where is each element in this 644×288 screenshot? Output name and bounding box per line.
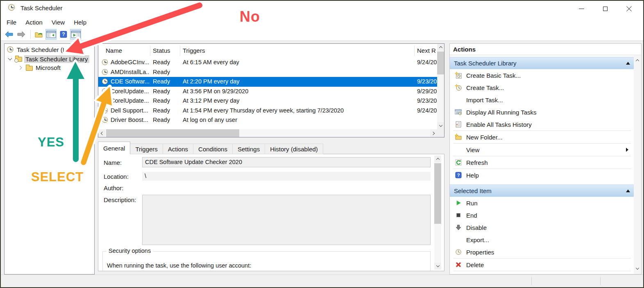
task-next-run: 9/23/20	[417, 97, 437, 104]
table-row[interactable]: AMDInstallLa... Ready	[98, 68, 437, 77]
task-rows: AdobeGCInv... Ready At 6:15 AM every day…	[98, 58, 437, 129]
scroll-left-button[interactable]	[98, 129, 105, 137]
maximize-button[interactable]	[593, 1, 617, 16]
close-button[interactable]	[617, 1, 641, 16]
action-item-display-all-running-tasks[interactable]: Display All Running Tasks	[450, 106, 634, 118]
task-description-field[interactable]	[142, 195, 431, 245]
scrollbar-thumb[interactable]	[437, 52, 444, 74]
minimize-button[interactable]	[569, 1, 593, 16]
tab-history[interactable]: History (disabled)	[265, 144, 323, 154]
task-scheduler-logo-icon	[8, 4, 15, 11]
column-header-triggers[interactable]: Triggers	[183, 47, 205, 54]
menu-help[interactable]: Help	[69, 17, 91, 27]
column-header-name[interactable]: Name	[106, 47, 122, 54]
list-vertical-scrollbar[interactable]	[437, 44, 444, 129]
menu-view[interactable]: View	[47, 17, 69, 27]
security-options-group: Security options When running the task, …	[102, 251, 431, 271]
tab-conditions[interactable]: Conditions	[193, 144, 233, 154]
action-item-refresh[interactable]: Refresh	[450, 156, 634, 169]
forward-button[interactable]	[16, 29, 27, 40]
column-header-status[interactable]: Status	[153, 47, 170, 54]
action-item-properties[interactable]: Properties	[450, 246, 634, 258]
task-status: Ready	[153, 69, 180, 75]
tasks-history-icon	[455, 121, 462, 128]
action-pane-toggle-button[interactable]	[70, 29, 81, 40]
chevron-down-icon	[436, 264, 439, 267]
task-status: Ready	[153, 97, 180, 104]
collapse-arrow-icon[interactable]	[626, 189, 630, 192]
task-list-header: Name Status Triggers Next R	[98, 44, 437, 58]
tab-settings[interactable]: Settings	[233, 144, 265, 154]
task-next-run: 9/24/20	[417, 59, 437, 65]
actions-scrollbar[interactable]	[634, 56, 641, 274]
folder-arrow-button[interactable]	[33, 29, 44, 40]
table-row-selected[interactable]: CDE Softwar... Ready At 2:20 PM every da…	[98, 77, 437, 87]
back-button[interactable]	[3, 29, 14, 40]
action-item-create-task[interactable]: Create Task...	[450, 81, 634, 94]
tab-general[interactable]: General	[98, 142, 130, 154]
help-button[interactable]: ?	[58, 29, 69, 40]
disable-icon	[455, 224, 462, 231]
svg-text:?: ?	[62, 32, 65, 37]
tree-item-task-scheduler-library[interactable]: Task Scheduler Library	[5, 54, 94, 63]
tree-item-microsoft[interactable]: Microsoft	[5, 63, 94, 72]
scroll-up-button[interactable]	[434, 155, 441, 162]
task-next-run: 9/23/20	[417, 78, 437, 85]
tab-actions[interactable]: Actions	[163, 144, 193, 154]
menu-action[interactable]: Action	[21, 17, 47, 27]
scroll-down-button[interactable]	[434, 263, 441, 270]
create-basic-task-icon	[455, 72, 462, 79]
chevron-right-icon[interactable]	[18, 66, 22, 70]
action-item-help-partial[interactable]: ? Help	[450, 271, 634, 274]
menu-file[interactable]: File	[2, 17, 21, 27]
details-vertical-scrollbar[interactable]	[434, 155, 441, 270]
table-row[interactable]: AdobeGCInv... Ready At 6:15 AM every day…	[98, 58, 437, 68]
console-tree-toggle-button[interactable]	[45, 29, 57, 40]
task-triggers: At 3:12 PM every day	[183, 97, 414, 104]
tab-triggers[interactable]: Triggers	[130, 144, 163, 154]
task-triggers: At 2:20 PM every day	[183, 78, 414, 85]
security-options-text: When running the task, use the following…	[107, 262, 251, 269]
action-item-import-task[interactable]: Import Task...	[450, 94, 634, 106]
task-name-field[interactable]: CDE Software Update Checker 2020	[142, 157, 431, 167]
chevron-down-icon[interactable]	[8, 56, 12, 61]
chevron-right-icon	[431, 131, 435, 135]
table-row[interactable]: Driver Boost... Ready At log on of any u…	[98, 115, 437, 125]
scroll-right-button[interactable]	[430, 129, 437, 137]
table-row[interactable]: CorelUpdate... Ready At 3:56 PM on 9/29/…	[98, 87, 437, 97]
section-header-task-scheduler-library[interactable]: Task Scheduler Library	[450, 57, 634, 69]
column-header-next-run[interactable]: Next R	[417, 47, 438, 54]
action-item-enable-all-tasks-history[interactable]: Enable All Tasks History	[450, 118, 634, 130]
action-item-export[interactable]: Export...	[450, 234, 634, 246]
scrollbar-thumb[interactable]	[434, 163, 441, 224]
section-header-selected-item[interactable]: Selected Item	[450, 184, 634, 197]
help-icon: ?	[455, 171, 462, 179]
actions-panel: Actions Task Scheduler Library Create Ba…	[449, 43, 642, 274]
column-separator	[150, 45, 150, 56]
task-clock-icon	[102, 117, 108, 123]
scroll-up-button[interactable]	[437, 44, 444, 51]
action-item-run[interactable]: Run	[450, 197, 634, 209]
task-location-field: \	[142, 172, 431, 181]
status-separator	[531, 277, 532, 285]
action-item-new-folder[interactable]: New Folder...	[450, 131, 634, 143]
action-item-end[interactable]: End	[450, 209, 634, 221]
scroll-down-button[interactable]	[634, 265, 641, 272]
chevron-down-icon	[439, 124, 442, 127]
table-row[interactable]: Dell Support... Ready At 1:54 PM every T…	[98, 106, 437, 116]
action-item-delete[interactable]: Delete	[450, 259, 634, 271]
action-item-create-basic-task[interactable]: Create Basic Task...	[450, 69, 634, 81]
collapse-arrow-icon[interactable]	[626, 62, 630, 65]
scroll-down-button[interactable]	[437, 122, 444, 129]
scrollbar-thumb[interactable]	[106, 129, 239, 137]
list-horizontal-scrollbar[interactable]	[98, 129, 437, 137]
action-item-disable[interactable]: Disable	[450, 221, 634, 234]
task-clock-icon	[102, 69, 108, 74]
action-item-view[interactable]: View	[450, 144, 634, 156]
scroll-up-button[interactable]	[634, 57, 641, 63]
action-item-help[interactable]: ? Help	[450, 169, 634, 181]
task-clock-icon	[102, 59, 108, 65]
blank-icon	[455, 96, 462, 104]
tree-item-task-scheduler-local[interactable]: Task Scheduler (Local)	[5, 45, 94, 54]
table-row[interactable]: CorelUpdate... Ready At 3:12 PM every da…	[98, 96, 437, 106]
